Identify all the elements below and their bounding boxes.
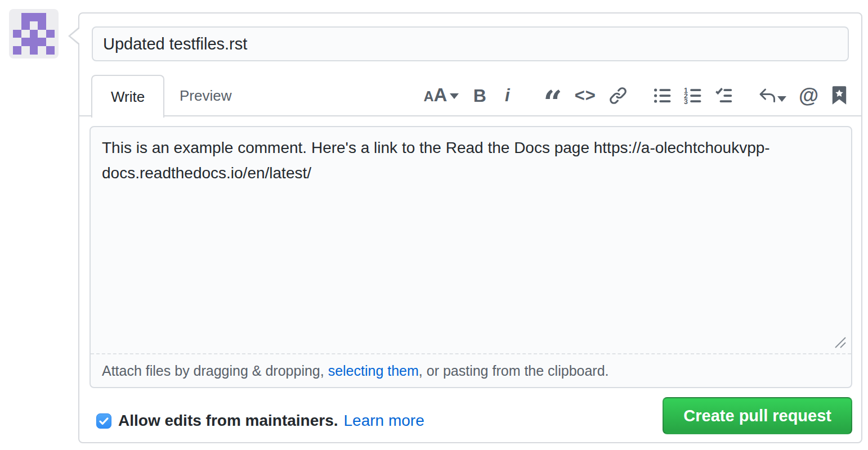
text-size-icon[interactable]: AA <box>423 84 459 107</box>
toolbar-group-actions: @ <box>758 84 848 107</box>
pull-request-form: Write Preview AA B i “ <> <box>78 12 862 443</box>
allow-edits-label: Allow edits from maintainers. <box>118 412 338 430</box>
unordered-list-icon[interactable] <box>654 84 672 107</box>
attach-text-suffix: , or pasting from the clipboard. <box>419 363 609 379</box>
svg-text:3: 3 <box>684 98 688 105</box>
reference-icon[interactable] <box>831 84 848 107</box>
mention-icon[interactable]: @ <box>799 84 818 107</box>
attach-files-bar[interactable]: Attach files by dragging & dropping, sel… <box>91 353 851 387</box>
code-icon[interactable]: <> <box>575 84 596 107</box>
ordered-list-icon[interactable]: 1 2 3 <box>684 84 702 107</box>
attach-text-prefix: Attach files by dragging & dropping, <box>102 363 328 379</box>
italic-icon[interactable]: i <box>500 84 517 107</box>
allow-edits-checkbox[interactable] <box>96 413 111 429</box>
bold-icon[interactable]: B <box>471 84 488 107</box>
attach-select-link[interactable]: selecting them <box>328 363 419 379</box>
avatar-identicon <box>13 13 55 55</box>
quote-icon[interactable]: “ <box>543 92 562 114</box>
allow-edits-row: Allow edits from maintainers. Learn more <box>96 411 424 430</box>
speech-bubble-caret <box>68 26 79 46</box>
comment-editor: This is an example comment. Here's a lin… <box>90 126 852 388</box>
comment-tab-bar: Write Preview AA B i “ <> <box>79 74 861 116</box>
task-list-icon[interactable] <box>714 84 732 107</box>
learn-more-link[interactable]: Learn more <box>344 412 424 430</box>
toolbar-group-text: AA B i <box>423 84 517 107</box>
link-icon[interactable] <box>609 84 628 107</box>
pr-title-input[interactable] <box>92 26 849 61</box>
create-pull-request-button[interactable]: Create pull request <box>663 397 852 434</box>
chevron-down-icon <box>450 93 459 99</box>
avatar[interactable] <box>9 9 59 58</box>
tab-preview[interactable]: Preview <box>159 75 252 116</box>
chevron-down-icon <box>777 96 786 102</box>
comment-body-textarea[interactable]: This is an example comment. Here's a lin… <box>91 127 851 356</box>
saved-replies-icon[interactable] <box>758 84 786 107</box>
markdown-toolbar: AA B i “ <> <box>423 75 848 116</box>
tab-write[interactable]: Write <box>91 75 164 118</box>
toolbar-group-lists: 1 2 3 <box>654 84 732 107</box>
resize-grip-icon[interactable] <box>832 334 848 350</box>
toolbar-group-insert: “ <> <box>543 84 628 107</box>
